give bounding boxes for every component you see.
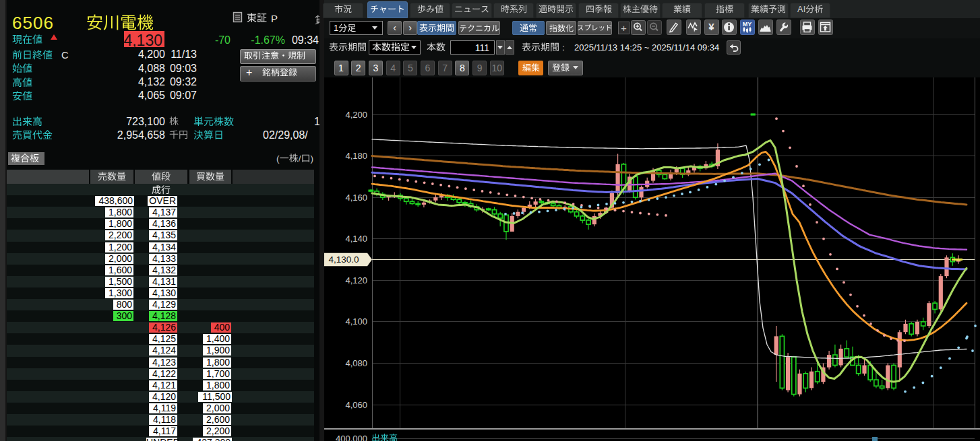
svg-text:4,120: 4,120 [345,275,367,285]
svg-text:4,100: 4,100 [345,316,367,327]
svg-text:4,080: 4,080 [345,358,367,368]
svg-text:¥: ¥ [708,21,714,32]
svg-text:/: / [299,154,301,164]
svg-text:): ) [311,154,314,164]
svg-text:I: I [803,5,806,14]
svg-text:4,200: 4,200 [345,110,367,120]
svg-text:4,060: 4,060 [345,400,367,410]
svg-text:1: 1 [334,24,338,33]
svg-text:A: A [797,5,803,14]
svg-text:(: ( [276,154,280,164]
svg-text:400,000: 400,000 [336,434,367,441]
svg-text:4,160: 4,160 [345,193,367,203]
svg-text:C: C [61,49,69,60]
svg-text:4,130.0: 4,130.0 [328,255,359,265]
svg-text:4,140: 4,140 [345,234,367,244]
svg-text::: : [562,42,565,53]
svg-text:MY: MY [743,21,752,28]
svg-text:4,180: 4,180 [345,151,367,161]
